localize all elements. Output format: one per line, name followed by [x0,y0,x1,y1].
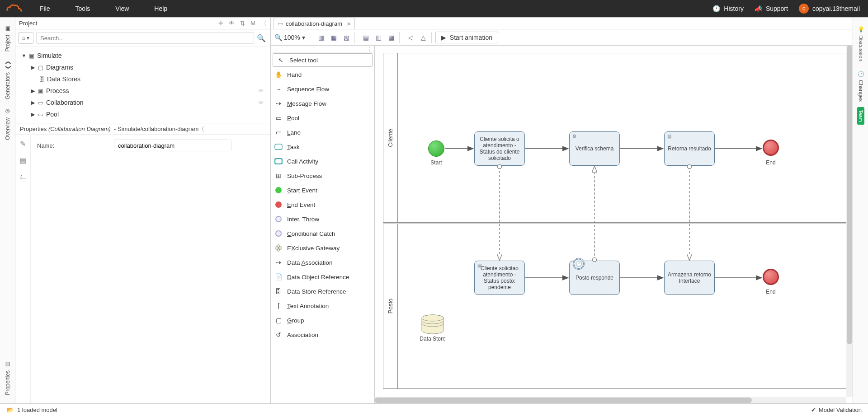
start-animation-button[interactable]: ▶ Start animation [435,32,498,43]
menu-file[interactable]: File [27,0,63,17]
palette-sub-process[interactable]: ⊞Sub-Process [271,168,374,183]
model-validation-label[interactable]: Model Validation [819,407,862,413]
align-middle-icon[interactable]: ▥ [374,33,384,42]
align-center-icon[interactable]: ▦ [329,33,339,42]
loaded-model-label[interactable]: 1 loaded model [17,407,57,413]
history-button[interactable]: 🕐 History [712,5,744,12]
collapse-left-icon[interactable]: 〈 [261,19,267,28]
task-armazena-retorno[interactable]: Armazena retorno Interface [664,261,715,295]
right-tab-discussion[interactable]: 💡Discussion [858,21,864,66]
palette-select-tool[interactable]: ↖Select tool [273,53,373,67]
task-retorna-resultado[interactable]: ▤Retorna resultado [664,131,715,166]
group-icon: ▢ [274,316,283,324]
palette-start-event[interactable]: Start Event [271,183,374,197]
palette-message-flow[interactable]: ⇢Message Flow [271,96,374,111]
align-left-icon[interactable]: ▥ [316,33,326,42]
palette-task[interactable]: Task [271,140,374,154]
align-bottom-icon[interactable]: ▦ [387,33,396,42]
diagram-canvas[interactable]: Cliente Posto Start Cliente solicita o a… [375,46,853,403]
left-tab-generators[interactable]: Generators❮❯ [5,56,11,104]
end-label-2: End [759,289,783,295]
search-icon[interactable]: 🔍 [257,34,266,42]
right-tab-changes[interactable]: 🕐Changes [858,66,864,106]
align-right-icon[interactable]: ▧ [342,33,352,42]
app-logo[interactable] [0,4,27,14]
task-verifica-schema[interactable]: ⚙Verifica schema [569,131,620,166]
user-menu[interactable]: c copyai.13themail [799,4,860,14]
end-event-2[interactable] [763,269,779,285]
close-tab-icon[interactable]: × [347,20,351,28]
clock-icon: 🕐 [858,70,864,77]
palette-sequence-flow[interactable]: →Sequence Flow [271,82,374,96]
palette-lane[interactable]: ▭Lane [271,125,374,140]
mode-letter[interactable]: M [250,20,255,27]
folder-icon: ▣ [5,26,11,32]
palette-exclusive-gateway[interactable]: XEXclusive Gateway [271,241,374,255]
end-label-1: End [759,159,783,166]
locate-icon[interactable]: ✛ [218,20,223,27]
editor-tabbar: ▭ collaboration-diagram × [271,18,853,29]
canvas-scrollbar-horizontal[interactable] [375,397,846,403]
eye-icon[interactable]: 👁 [258,88,264,94]
left-tab-project[interactable]: Project▣ [5,21,11,56]
palette-pool[interactable]: ▭Pool [271,111,374,125]
palette-data-object-ref[interactable]: 📄Data Object Reference [271,270,374,284]
palette-end-event[interactable]: End Event [271,197,374,212]
home-dropdown[interactable]: ⌂ ▾ [18,32,33,44]
zoom-control[interactable]: 🔍 100% ▾ [274,32,310,43]
task-posto-solicita[interactable]: ▤Cliente solicitao atendimento - Status … [474,261,525,295]
tree-item-datastores[interactable]: 🗄 Data Stores [17,73,269,85]
palette-conditional-catch[interactable]: Conditional Catch [271,226,374,241]
pool-posto[interactable]: Posto [383,224,849,389]
palette-collapse[interactable]: 〈 [271,46,374,53]
visibility-icon[interactable]: 👁 [229,20,235,27]
start-event-1[interactable] [428,140,444,157]
canvas-scrollbar-vertical[interactable] [846,46,853,397]
tag-tab-icon[interactable]: 🏷 [19,173,27,181]
doc-tab-icon[interactable]: ▤ [19,156,26,165]
data-store-node[interactable] [421,314,444,334]
project-search-input[interactable] [36,32,254,44]
prop-name-input[interactable] [114,140,231,151]
right-tab-team[interactable]: Team [857,107,864,125]
folder-open-icon: 📂 [6,407,14,413]
tree-item-simulate[interactable]: ▼ ▣ Simulate [17,50,269,61]
collapse-props-icon[interactable]: 〈 [198,125,204,133]
pool-icon: ▭ [274,114,283,122]
pool-icon: ▭ [36,111,45,118]
tree-item-process[interactable]: ▶ ▣ Process 👁 [17,85,269,97]
task-cliente-solicita[interactable]: Cliente solicita o atendimento - Status … [474,131,525,166]
edit-tab-icon[interactable]: ✎ [20,140,26,148]
palette-call-activity[interactable]: Call Activity [271,154,374,168]
support-button[interactable]: 📣 Support [755,5,788,12]
left-tab-properties[interactable]: Properties▤ [5,357,11,400]
sort-icon[interactable]: ⇅ [240,20,245,27]
properties-icon: ▤ [5,361,11,368]
data-store-label: Data Store [416,336,449,342]
tree-item-diagrams[interactable]: ▶ ▢ Diagrams [17,61,269,73]
diagram-icon: ▭ [278,20,283,27]
palette-text-annotation[interactable]: ⌈Text Annotation [271,299,374,313]
script-icon: ▤ [667,134,671,139]
flip-h-icon[interactable]: ◁ [406,33,416,42]
palette-data-association[interactable]: ⇢Data Association [271,255,374,270]
palette-data-store-ref[interactable]: 🗄Data Store Reference [271,284,374,299]
align-top-icon[interactable]: ▤ [361,33,371,42]
tab-collaboration-diagram[interactable]: ▭ collaboration-diagram × [274,18,355,29]
tree-item-pool[interactable]: ▶ ▭ Pool [17,108,269,120]
end-event-1[interactable] [763,140,779,156]
properties-header: Properties (Collaboration Diagram) - Sim… [15,123,270,135]
flip-v-icon[interactable]: △ [419,33,429,42]
palette-hand[interactable]: ✋Hand [271,67,374,82]
menu-view[interactable]: View [103,0,142,17]
timer-event-icon[interactable]: 🕐 [573,258,585,270]
palette-association[interactable]: ↺Association [271,327,374,342]
menu-help[interactable]: Help [142,0,180,17]
tree-item-collaboration[interactable]: ▶ ▭ Collaboration 👁 [17,97,269,108]
palette-inter-throw[interactable]: Inter. Throw [271,212,374,226]
svg-rect-0 [275,144,282,150]
menu-tools[interactable]: Tools [63,0,103,17]
eye-icon[interactable]: 👁 [258,99,264,106]
left-tab-overview[interactable]: Overview◎ [5,104,11,145]
palette-group[interactable]: ▢Group [271,313,374,327]
